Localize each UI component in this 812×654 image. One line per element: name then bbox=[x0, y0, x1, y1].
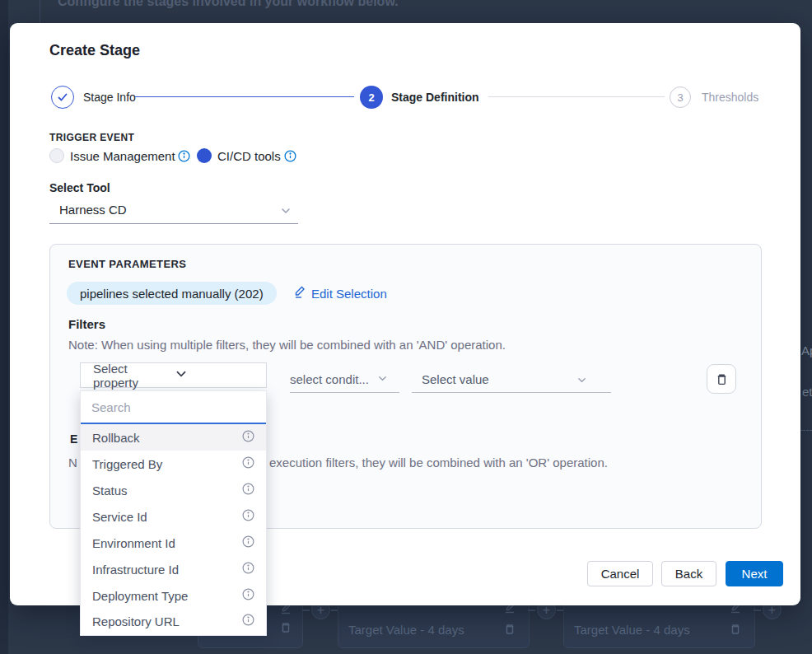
stepper-connector-inactive bbox=[488, 96, 665, 97]
trigger-event-label: TRIGGER EVENT bbox=[49, 132, 134, 143]
info-icon[interactable] bbox=[178, 150, 190, 166]
event-parameters-heading: EVENT PARAMETERS bbox=[68, 258, 186, 270]
chevron-down-icon bbox=[175, 367, 256, 383]
dropdown-option[interactable]: Status bbox=[81, 477, 266, 503]
property-dropdown-panel: Search Rollback Triggered By Status Serv… bbox=[80, 390, 267, 636]
dropdown-option-label: Infrastructure Id bbox=[92, 563, 179, 577]
property-select[interactable]: Select property bbox=[80, 362, 267, 388]
filters-note: Note: When using multiple filters, they … bbox=[68, 338, 506, 352]
condition-select-underline bbox=[290, 392, 399, 393]
radio-issue-management-label[interactable]: Issue Management bbox=[70, 149, 175, 163]
dropdown-option-label: Deployment Type bbox=[92, 589, 188, 603]
panel-divider bbox=[40, 0, 40, 23]
edit-selection-link[interactable]: Edit Selection bbox=[293, 286, 387, 301]
next-button[interactable]: Next bbox=[726, 561, 783, 586]
trash-icon[interactable] bbox=[729, 623, 742, 639]
info-icon[interactable] bbox=[242, 614, 254, 628]
condition-select-placeholder: select condit... bbox=[290, 372, 369, 386]
dropdown-option-label: Rollback bbox=[92, 431, 140, 445]
radio-cicd-tools-label[interactable]: CI/CD tools bbox=[217, 149, 281, 163]
execution-note-fragment-left: N bbox=[68, 455, 77, 469]
edit-selection-label: Edit Selection bbox=[311, 287, 387, 301]
tool-select[interactable]: Harness CD bbox=[49, 198, 298, 224]
value-select-placeholder: Select value bbox=[422, 372, 489, 386]
connector-dash bbox=[754, 610, 761, 611]
trash-icon[interactable] bbox=[279, 621, 292, 638]
step-2-label[interactable]: Stage Definition bbox=[391, 91, 479, 104]
dropdown-option[interactable]: Infrastructure Id bbox=[81, 556, 266, 582]
cancel-button[interactable]: Cancel bbox=[587, 561, 653, 586]
execution-note-fragment-right: execution filters, they will be combined… bbox=[269, 455, 608, 469]
bg-fragment-right-1: Ap bbox=[801, 343, 812, 357]
condition-select[interactable]: select condit... bbox=[290, 372, 388, 386]
tool-select-value: Harness CD bbox=[59, 203, 127, 217]
dropdown-option-label: Triggered By bbox=[92, 457, 162, 471]
workflow-card-label: Target Value - 4 days bbox=[574, 623, 690, 637]
value-select[interactable]: Select value bbox=[422, 372, 489, 386]
property-select-placeholder: Select property bbox=[93, 362, 175, 390]
dropdown-option[interactable]: Repository URL bbox=[81, 609, 266, 635]
dropdown-option[interactable]: Rollback bbox=[81, 424, 266, 451]
chevron-down-icon bbox=[280, 205, 292, 220]
step-3-label[interactable]: Thresholds bbox=[702, 91, 758, 104]
info-icon[interactable] bbox=[242, 562, 254, 577]
radio-issue-management[interactable] bbox=[49, 148, 64, 163]
background-page-heading: Configure the stages involved in your wo… bbox=[58, 0, 399, 9]
chevron-down-icon bbox=[377, 372, 388, 386]
info-icon[interactable] bbox=[242, 535, 254, 550]
dropdown-option-label: Environment Id bbox=[92, 536, 175, 550]
filters-heading: Filters bbox=[68, 317, 105, 331]
back-button[interactable]: Back bbox=[661, 561, 716, 586]
info-icon[interactable] bbox=[242, 588, 254, 603]
info-icon[interactable] bbox=[242, 509, 254, 524]
chevron-down-icon bbox=[576, 374, 587, 388]
dropdown-option-label: Status bbox=[92, 483, 128, 498]
remove-filter-button[interactable] bbox=[707, 364, 736, 394]
info-icon[interactable] bbox=[242, 430, 254, 445]
radio-cicd-tools[interactable] bbox=[197, 148, 212, 163]
left-nav-sliver bbox=[0, 0, 8, 654]
step-1-label[interactable]: Stage Info bbox=[83, 91, 136, 104]
step-3-badge[interactable]: 3 bbox=[670, 86, 691, 108]
create-stage-modal: Create Stage Stage Info 2 Stage Definiti… bbox=[10, 23, 800, 605]
step-1-complete-icon[interactable] bbox=[51, 86, 74, 109]
step-2-badge[interactable]: 2 bbox=[360, 86, 383, 109]
pipeline-selection-chip: pipelines selected manually (202) bbox=[67, 282, 277, 305]
info-icon[interactable] bbox=[242, 456, 254, 471]
value-select-underline bbox=[412, 392, 611, 393]
info-icon[interactable] bbox=[284, 150, 296, 166]
workflow-card-label: Target Value - 4 days bbox=[348, 623, 464, 637]
edit-icon bbox=[293, 286, 306, 301]
search-input[interactable]: Search bbox=[81, 391, 266, 424]
bg-dashed-divider bbox=[800, 430, 812, 431]
modal-title: Create Stage bbox=[49, 42, 140, 59]
dropdown-option[interactable]: Deployment Type bbox=[81, 582, 266, 609]
execution-filters-heading-fragment: E bbox=[70, 432, 77, 446]
dropdown-option-label: Repository URL bbox=[92, 614, 180, 628]
bg-fragment-right-2: et bbox=[802, 385, 812, 399]
info-icon[interactable] bbox=[242, 483, 254, 498]
dropdown-option[interactable]: Triggered By bbox=[81, 451, 266, 477]
connector-dash bbox=[528, 610, 535, 611]
dropdown-option[interactable]: Service Id bbox=[81, 503, 266, 530]
select-tool-label: Select Tool bbox=[49, 181, 110, 194]
dropdown-option-label: Service Id bbox=[92, 510, 147, 524]
connector-dash bbox=[302, 610, 310, 611]
stepper-connector-active bbox=[135, 96, 354, 97]
trash-icon[interactable] bbox=[503, 623, 516, 639]
search-placeholder: Search bbox=[91, 400, 131, 414]
dropdown-option[interactable]: Environment Id bbox=[81, 530, 266, 556]
